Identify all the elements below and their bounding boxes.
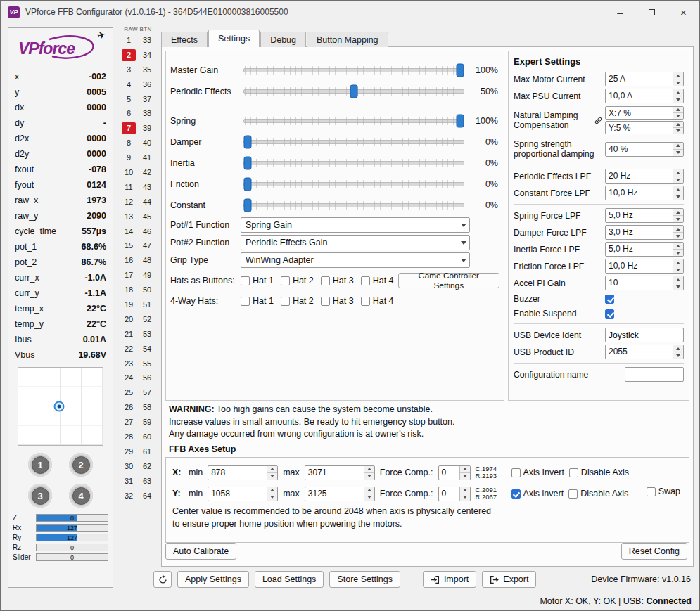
checkbox[interactable] bbox=[647, 487, 656, 496]
spin-up-icon[interactable] bbox=[673, 259, 683, 266]
axis-min-spinbox[interactable]: 1058 bbox=[208, 487, 278, 501]
checkbox[interactable] bbox=[605, 295, 614, 304]
spinbox-arrows[interactable] bbox=[673, 259, 683, 273]
pot2-function-select[interactable]: Periodic Effects Gain bbox=[241, 235, 470, 250]
spinbox-arrows[interactable] bbox=[673, 186, 683, 200]
tab[interactable]: Debug bbox=[260, 32, 306, 47]
spinbox-arrows[interactable] bbox=[673, 276, 683, 290]
axis-invert-checkbox[interactable]: Axis invert bbox=[511, 489, 564, 499]
spinbox[interactable]: 5,0 Hz bbox=[605, 242, 684, 257]
spinbox-arrows[interactable] bbox=[673, 122, 683, 134]
spinbox-arrows[interactable] bbox=[364, 466, 374, 480]
spinbox[interactable]: 10,0 Hz bbox=[605, 186, 684, 200]
slider-handle[interactable] bbox=[244, 178, 252, 191]
checkbox[interactable] bbox=[361, 276, 370, 285]
export-button[interactable]: Export bbox=[482, 571, 536, 588]
spinbox[interactable]: 25 A bbox=[605, 72, 684, 86]
spin-up-icon[interactable] bbox=[673, 226, 683, 233]
spinbox-arrows[interactable] bbox=[364, 487, 374, 501]
spin-up-icon[interactable] bbox=[673, 143, 683, 150]
spin-down-icon[interactable] bbox=[673, 96, 683, 103]
spin-up-icon[interactable] bbox=[673, 107, 683, 113]
spinbox[interactable]: 40 % bbox=[605, 142, 684, 157]
game-controller-settings-button[interactable]: Game Controller Settings bbox=[398, 273, 499, 288]
spin-down-icon[interactable] bbox=[673, 233, 683, 239]
spin-down-icon[interactable] bbox=[673, 150, 683, 156]
spinbox-arrows[interactable] bbox=[673, 143, 683, 156]
force-comp-spinbox[interactable]: 0 bbox=[438, 487, 471, 501]
checkbox[interactable] bbox=[511, 489, 521, 499]
spin-down-icon[interactable] bbox=[673, 113, 683, 119]
spinbox-arrows[interactable] bbox=[673, 243, 683, 256]
spin-down-icon[interactable] bbox=[673, 79, 683, 86]
slider-handle[interactable] bbox=[244, 199, 252, 212]
spin-up-icon[interactable] bbox=[673, 276, 683, 283]
spin-up-icon[interactable] bbox=[267, 466, 277, 473]
checkbox[interactable] bbox=[321, 297, 330, 306]
spinbox-arrows[interactable] bbox=[673, 107, 683, 119]
disable-axis-checkbox[interactable]: Disable Axis bbox=[569, 468, 629, 477]
spin-up-icon[interactable] bbox=[673, 72, 683, 79]
spin-down-icon[interactable] bbox=[267, 473, 277, 480]
checkbox[interactable] bbox=[281, 276, 290, 285]
pot1-function-select[interactable]: Spring Gain bbox=[241, 217, 470, 233]
checkbox[interactable] bbox=[569, 468, 578, 477]
spin-up-icon[interactable] bbox=[673, 122, 683, 128]
checkbox[interactable] bbox=[241, 276, 250, 285]
checkbox[interactable] bbox=[281, 297, 290, 306]
slider-handle[interactable] bbox=[244, 136, 252, 149]
spinbox[interactable]: 3,0 Hz bbox=[605, 225, 684, 240]
slider[interactable] bbox=[243, 135, 464, 149]
slider[interactable] bbox=[243, 156, 464, 170]
hat-checkbox-item[interactable]: Hat 4 bbox=[361, 296, 394, 306]
spin-down-icon[interactable] bbox=[673, 128, 683, 134]
text-input[interactable] bbox=[605, 328, 684, 342]
spin-down-icon[interactable] bbox=[673, 266, 683, 273]
spin-up-icon[interactable] bbox=[673, 89, 683, 96]
spinbox-arrows[interactable] bbox=[673, 169, 683, 183]
slider[interactable] bbox=[243, 198, 464, 212]
slider[interactable] bbox=[243, 63, 464, 77]
slider-handle[interactable] bbox=[457, 64, 464, 77]
slider-handle[interactable] bbox=[457, 115, 464, 128]
spin-down-icon[interactable] bbox=[364, 473, 374, 480]
store-settings-button[interactable]: Store Settings bbox=[329, 571, 400, 588]
spin-up-icon[interactable] bbox=[673, 243, 683, 250]
tab[interactable]: Effects bbox=[161, 32, 208, 47]
damping-y-spinbox[interactable]: Y:5 % bbox=[605, 121, 684, 134]
grip-type-select[interactable]: WinWing Adapter bbox=[241, 252, 470, 268]
spin-down-icon[interactable] bbox=[364, 494, 374, 501]
spinbox-arrows[interactable] bbox=[459, 487, 470, 501]
tab[interactable]: Settings bbox=[208, 30, 260, 47]
spin-down-icon[interactable] bbox=[673, 352, 683, 359]
disable-axis-checkbox[interactable]: Disable Axis bbox=[568, 489, 628, 499]
spinbox-arrows[interactable] bbox=[673, 209, 683, 222]
spinbox-arrows[interactable] bbox=[267, 487, 277, 501]
checkbox[interactable] bbox=[511, 468, 521, 477]
apply-settings-button[interactable]: Apply Settings bbox=[177, 571, 249, 588]
force-comp-spinbox[interactable]: 0 bbox=[438, 465, 471, 480]
slider[interactable] bbox=[243, 84, 464, 98]
spin-down-icon[interactable] bbox=[460, 494, 470, 501]
axis-min-spinbox[interactable]: 878 bbox=[208, 465, 278, 480]
spin-down-icon[interactable] bbox=[460, 473, 470, 480]
axis-max-spinbox[interactable]: 3125 bbox=[305, 487, 375, 501]
spin-up-icon[interactable] bbox=[460, 466, 470, 473]
spinbox-arrows[interactable] bbox=[673, 226, 683, 239]
hat-checkbox-item[interactable]: Hat 1 bbox=[241, 276, 274, 285]
spin-up-icon[interactable] bbox=[673, 209, 683, 216]
hat-checkbox-item[interactable]: Hat 3 bbox=[321, 276, 354, 285]
axis-max-spinbox[interactable]: 3071 bbox=[305, 465, 375, 480]
axis-invert-checkbox[interactable]: Axis Invert bbox=[511, 468, 564, 477]
spinbox[interactable]: 2055 bbox=[605, 345, 684, 359]
swap-checkbox[interactable]: Swap bbox=[647, 487, 680, 496]
spin-down-icon[interactable] bbox=[673, 176, 683, 183]
import-button[interactable]: Import bbox=[423, 571, 476, 588]
load-settings-button[interactable]: Load Settings bbox=[255, 571, 324, 588]
spin-up-icon[interactable] bbox=[673, 345, 683, 352]
hat-checkbox-item[interactable]: Hat 1 bbox=[241, 296, 274, 306]
slider-handle[interactable] bbox=[350, 85, 358, 98]
spinbox[interactable]: 10,0 Hz bbox=[605, 259, 684, 274]
slider-handle[interactable] bbox=[244, 157, 252, 170]
checkbox[interactable] bbox=[321, 276, 330, 285]
